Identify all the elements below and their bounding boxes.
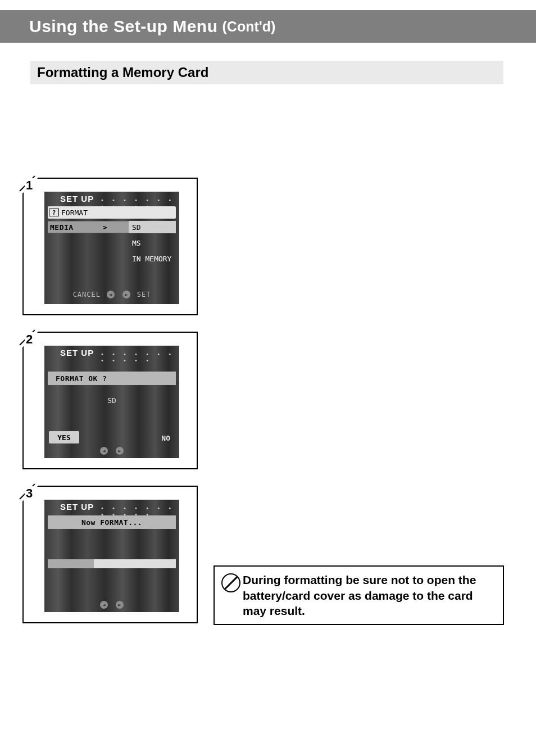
right-arrow-icon: ► [116,447,124,455]
step2-heading: A confirmation screen will appear. To pr… [214,333,505,373]
question-icon: ? [49,209,59,216]
lcd1-set: SET [137,291,151,298]
right-arrow-icon: ► [122,291,130,298]
step-number-3: 3 [25,486,34,501]
progress-bar-fill [48,559,94,568]
lcd1-format-row: ? FORMAT [48,206,176,219]
lcd-screen-1: SET UP • • • • • • • • • • • • ? FORMAT … [44,192,179,304]
lcd1-option-inmemory: IN MEMORY [129,252,179,265]
lcd-screen-2: SET UP • • • • • • • • • • • • FORMAT OK… [44,346,179,458]
lcd1-option-sd: SD [129,221,176,233]
prohibit-icon [221,573,240,592]
lcd2-arrows: ◄ ► [44,446,179,455]
figure-step-2: 2 SET UP • • • • • • • • • • • • FORMAT … [22,332,198,469]
lcd2-prompt: FORMAT OK ? [48,372,176,385]
header-title-main: Using the Set-up Menu [29,17,218,36]
progress-bar [48,559,176,568]
lcd2-no-option: NO [161,434,170,442]
left-arrow-icon: ◄ [100,447,108,455]
step-number-1: 1 [25,178,34,193]
step1-textblock: Press the ▶ button, and use the ▲ or ▼ b… [214,179,505,253]
lcd2-sd-label: SD [44,396,179,405]
lcd1-media-label: MEDIA [50,223,74,232]
step1-body: Pressing the ◀ button will cancel the se… [214,223,505,253]
step3-textblock: Once formatting is complete, the display… [214,487,505,517]
lcd1-footer: CANCEL ◄ ► SET [44,291,179,299]
lcd1-cancel: CANCEL [73,291,101,298]
left-arrow-icon: ◄ [107,291,115,298]
header-title-cont: (Cont'd) [222,19,276,35]
section-heading: Formatting a Memory Card [30,61,503,84]
caret-right-icon: > [103,223,107,232]
lcd3-message: Now FORMAT... [48,515,176,529]
figure-step-1: 1 SET UP • • • • • • • • • • • • ? FORMA… [22,178,198,315]
page-header: Using the Set-up Menu (Cont'd) [0,10,536,43]
step2-textblock: A confirmation screen will appear. To pr… [214,333,505,407]
right-arrow-icon: ► [116,601,124,609]
step1-heading: Press the ▶ button, and use the ▲ or ▼ b… [214,179,505,219]
left-arrow-icon: ◄ [100,601,108,609]
step3-body: Once formatting is complete, the display… [214,487,505,517]
lcd2-yes-option: YES [49,431,79,443]
intro-text: A card which has just been purchased or … [30,99,503,147]
figure-step-3: 3 SET UP • • • • • • • • • • • • Now FOR… [22,486,198,623]
lcd1-format-label: FORMAT [61,209,88,217]
lcd2-dots: • • • • • • • • • • • • [101,351,179,364]
lcd1-option-ms: MS [129,237,176,249]
warning-box: During formatting be sure not to open th… [214,565,504,625]
step2-body: If you do not wish to format, select "NO… [214,377,505,407]
step-number-2: 2 [25,332,34,347]
lcd3-arrows: ◄ ► [44,600,179,609]
warning-text: During formatting be sure not to open th… [243,572,496,618]
page-number: 100 [0,728,536,741]
lcd-screen-3: SET UP • • • • • • • • • • • • Now FORMA… [44,500,179,612]
